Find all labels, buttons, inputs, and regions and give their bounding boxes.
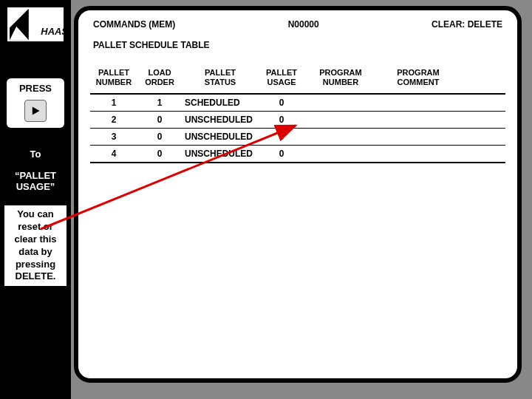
screen-subtitle: PALLET SCHEDULE TABLE xyxy=(90,40,505,50)
header-clear: CLEAR: DELETE xyxy=(432,19,502,30)
col-load-order: LOADORDER xyxy=(137,68,182,87)
cell-prog xyxy=(307,98,374,108)
cell-load: 0 xyxy=(137,115,182,125)
col-pallet-usage: PALLETUSAGE xyxy=(256,68,307,87)
cell-load: 0 xyxy=(137,132,182,142)
arrow-right-icon xyxy=(30,106,41,116)
table-header: PALLETNUMBER LOADORDER PALLETSTATUS PALL… xyxy=(90,68,505,87)
cell-load: 1 xyxy=(137,98,182,108)
cell-pallet: 2 xyxy=(90,115,137,125)
table-row[interactable]: 3 0 UNSCHEDULED 0 xyxy=(90,128,505,145)
table-body: 1 1 SCHEDULED 0 2 0 UNSCHEDULED 0 3 0 UN… xyxy=(90,93,505,163)
press-label: PRESS xyxy=(10,83,61,94)
cell-status: UNSCHEDULED xyxy=(182,132,256,142)
cell-load: 0 xyxy=(137,149,182,159)
cell-status: UNSCHEDULED xyxy=(182,149,256,159)
cell-status: UNSCHEDULED xyxy=(182,115,256,125)
cell-usage: 0 xyxy=(256,149,307,159)
svg-marker-2 xyxy=(33,106,40,115)
cell-prog xyxy=(307,149,374,159)
cell-pallet: 4 xyxy=(90,149,137,159)
col-pallet-number: PALLETNUMBER xyxy=(90,68,137,87)
cell-usage: 0 xyxy=(256,132,307,142)
target-label: “PALLET USAGE” xyxy=(0,170,71,192)
col-pallet-status: PALLETSTATUS xyxy=(182,68,256,87)
table-row[interactable]: 4 0 UNSCHEDULED 0 xyxy=(90,145,505,162)
table-row[interactable]: 2 0 UNSCHEDULED 0 xyxy=(90,111,505,128)
cell-comm xyxy=(374,149,463,159)
cnc-screen: COMMANDS (MEM) N00000 CLEAR: DELETE PALL… xyxy=(74,6,522,383)
cell-prog xyxy=(307,115,374,125)
header-line: N00000 xyxy=(288,19,319,30)
instruction-text: You can reset or clear this data by pres… xyxy=(4,205,66,286)
table-row[interactable]: 1 1 SCHEDULED 0 xyxy=(90,95,505,111)
cell-usage: 0 xyxy=(256,115,307,125)
cell-usage: 0 xyxy=(256,98,307,108)
cell-pallet: 3 xyxy=(90,132,137,142)
cell-comm xyxy=(374,115,463,125)
press-button-box: PRESS xyxy=(7,78,64,128)
logo-text: HAAS xyxy=(41,26,64,37)
cell-comm xyxy=(374,98,463,108)
to-label: To xyxy=(0,149,71,160)
col-program-comment: PROGRAMCOMMENT xyxy=(374,68,463,87)
cell-status: SCHEDULED xyxy=(182,98,256,108)
cursor-right-button[interactable] xyxy=(24,100,47,122)
cell-pallet: 1 xyxy=(90,98,137,108)
cell-comm xyxy=(374,132,463,142)
sidebar: HAAS PRESS To “PALLET USAGE” You can res… xyxy=(0,0,71,399)
haas-logo: HAAS xyxy=(6,6,65,43)
cell-prog xyxy=(307,132,374,142)
header-mode: COMMANDS (MEM) xyxy=(93,19,175,30)
screen-header: COMMANDS (MEM) N00000 CLEAR: DELETE xyxy=(90,19,505,30)
col-program-number: PROGRAMNUMBER xyxy=(307,68,374,87)
